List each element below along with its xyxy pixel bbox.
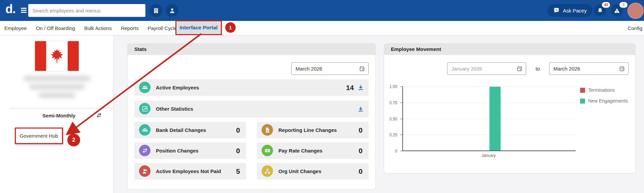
- y-axis-tick-label: 0.50: [384, 117, 397, 121]
- stat-tile-pay-rate-changes[interactable]: Pay Rate Changes 0: [257, 142, 369, 159]
- bar-new-engagements: [489, 87, 501, 151]
- legend-label: New Engagements: [588, 98, 628, 104]
- chart-legend: TerminationsNew Engagements: [580, 87, 628, 109]
- nav-item-bulk-actions[interactable]: Bulk Actions: [84, 25, 112, 31]
- legend-label: Terminations: [588, 87, 615, 93]
- stat-tile-org-unit-changes[interactable]: Org Unit Changes 0: [257, 163, 369, 180]
- company-sidebar: Semi-Monthly Government Hub 2: [0, 35, 113, 193]
- movement-from-picker[interactable]: January 2026: [447, 62, 526, 75]
- stat-value: 0: [359, 163, 363, 180]
- building-icon: [152, 7, 160, 14]
- annotation-step-1: 1: [225, 22, 236, 33]
- calendar-icon[interactable]: [359, 65, 365, 72]
- stat-label: Active Employees Not Paid: [156, 163, 221, 180]
- download-icon[interactable]: [357, 84, 364, 91]
- stats-panel-title: Stats: [128, 44, 375, 55]
- legend-item: New Engagements: [580, 98, 628, 104]
- stat-label: Other Statistics: [156, 101, 193, 117]
- ask-pacey-label: Ask Pacey: [563, 8, 587, 13]
- y-axis-tick-label: 0: [384, 149, 397, 154]
- org-chart-icon: [262, 165, 273, 177]
- stat-value: 14: [346, 79, 354, 96]
- y-axis-tick-label: 0.25: [384, 133, 397, 137]
- stat-tile-position-changes[interactable]: Position Changes 0: [134, 142, 246, 159]
- y-axis-tickmark: [400, 119, 403, 119]
- chart-plot: [402, 87, 576, 151]
- search-input[interactable]: [28, 4, 145, 17]
- user-avatar[interactable]: [628, 3, 644, 19]
- redacted-company-name: [19, 76, 95, 106]
- stat-label: Active Employees: [156, 79, 199, 96]
- stat-label: Position Changes: [156, 142, 199, 159]
- ask-pacey-button[interactable]: Ask Pacey: [547, 4, 592, 17]
- chart-gridline: [403, 150, 576, 151]
- y-axis-tickmark: [400, 86, 403, 87]
- person-icon: [169, 7, 176, 14]
- x-axis-category-label: January: [481, 153, 496, 158]
- y-axis-tickmark: [400, 103, 403, 103]
- sidebar-divider: [9, 108, 113, 108]
- nav-items: Employee On / Off Boarding Bulk Actions …: [4, 21, 177, 35]
- people-group-icon: [139, 82, 150, 93]
- stat-value: 0: [236, 122, 240, 138]
- y-axis-tick-label: 0.75: [384, 101, 397, 105]
- download-icon[interactable]: [357, 106, 364, 113]
- stats-period-picker[interactable]: March 2026: [291, 62, 369, 75]
- stat-tile-bank-detail-changes[interactable]: Bank Detail Changes 0: [134, 122, 246, 138]
- y-axis-tick-label: 1.00: [384, 84, 397, 89]
- employee-movement-title: Employee Movement: [384, 44, 635, 55]
- stat-row-other-statistics[interactable]: Other Statistics: [134, 101, 369, 117]
- stat-label: Org Unit Changes: [278, 163, 321, 180]
- alert-count-badge: 3: [619, 2, 628, 8]
- app-logo[interactable]: d.: [5, 2, 15, 16]
- legend-item: Terminations: [580, 87, 628, 93]
- chart-yticks: 00.250.500.751.00: [384, 87, 400, 151]
- main-nav: Employee On / Off Boarding Bulk Actions …: [0, 21, 644, 35]
- swap-arrows-icon: [139, 145, 150, 156]
- stat-label: Reporting Line Changes: [278, 122, 337, 138]
- legend-swatch: [580, 88, 585, 93]
- pay-frequency-label: Semi-Monthly: [15, 113, 103, 118]
- to-label: to: [536, 62, 540, 75]
- switch-frequency-icon[interactable]: [96, 112, 103, 119]
- nav-item-interface-portal-highlighted[interactable]: Interface Portal: [175, 20, 222, 35]
- nav-item-payroll-cycle[interactable]: Payroll Cycle: [147, 25, 177, 31]
- stats-panel: Stats March 2026 Active Employees 14: [127, 43, 376, 190]
- movement-from-value: January 2026: [451, 63, 482, 75]
- calendar-icon[interactable]: [516, 65, 523, 72]
- y-axis-tickmark: [400, 135, 403, 135]
- line-chart-icon: [139, 103, 150, 114]
- stat-tile-reporting-line-changes[interactable]: Reporting Line Changes 0: [257, 122, 369, 138]
- stats-period-value: March 2026: [296, 63, 322, 75]
- canada-flag: [35, 41, 79, 71]
- employee-profile-button[interactable]: [166, 4, 178, 17]
- employee-movement-panel: Employee Movement January 2026 to March …: [384, 43, 636, 173]
- stat-value: 0: [236, 142, 240, 159]
- menu-icon[interactable]: [21, 8, 27, 13]
- report-document-icon: [262, 124, 273, 136]
- stat-row-active-employees[interactable]: Active Employees 14: [134, 79, 369, 96]
- y-axis-tickmark: [400, 151, 403, 151]
- nav-item-employee[interactable]: Employee: [4, 25, 27, 31]
- notification-count-badge: 43: [602, 2, 610, 8]
- company-button[interactable]: [149, 4, 162, 17]
- warning-triangle-icon: [613, 7, 620, 14]
- nav-item-on-off-boarding[interactable]: On / Off Boarding: [36, 25, 75, 31]
- banknote-icon: [262, 145, 273, 156]
- app-window: d.: [0, 0, 644, 193]
- nav-item-config[interactable]: Config: [628, 21, 642, 35]
- top-bar: d.: [0, 0, 644, 21]
- nav-item-reports[interactable]: Reports: [121, 25, 139, 31]
- bell-icon: [597, 7, 604, 14]
- stat-value: 0: [359, 142, 363, 159]
- movement-to-value: March 2026: [553, 63, 580, 75]
- calendar-icon[interactable]: [619, 65, 625, 72]
- people-group-icon: [139, 124, 150, 136]
- legend-swatch: [580, 99, 585, 104]
- person-remove-icon: [139, 165, 150, 177]
- stat-tile-active-employees-not-paid[interactable]: Active Employees Not Paid 5: [134, 163, 246, 180]
- chat-sparkle-icon: [553, 7, 560, 14]
- stat-value: 0: [359, 122, 363, 138]
- movement-to-picker[interactable]: March 2026: [549, 62, 629, 75]
- government-hub-button[interactable]: Government Hub: [15, 128, 63, 144]
